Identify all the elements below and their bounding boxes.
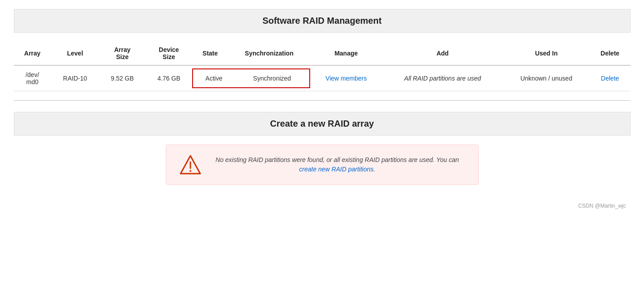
warning-message: No existing RAID partitions were found, …: [210, 155, 465, 174]
cell-sync-value: Synchronized: [235, 69, 309, 87]
col-header-synchronization: Synchronization: [228, 42, 310, 65]
col-header-state: State: [192, 42, 228, 65]
page-wrapper: Software RAID Management Array Level Arr…: [14, 0, 631, 218]
warning-icon: [180, 154, 201, 175]
cell-level: RAID-10: [51, 65, 99, 91]
cell-used-in: Unknown / unused: [503, 65, 589, 91]
array-value: /dev/md0: [25, 71, 39, 85]
cell-array-size: 9.52 GB: [99, 65, 146, 91]
footer-text: CSDN @Martin_wjc: [578, 203, 626, 209]
warning-text-after: .: [374, 166, 375, 173]
state-sync-highlight-box: Active Synchronized: [192, 68, 310, 88]
cell-delete: Delete: [589, 65, 630, 91]
warning-box: No existing RAID partitions were found, …: [166, 145, 479, 185]
col-header-array: Array: [14, 42, 51, 65]
cell-manage: View members: [310, 65, 382, 91]
svg-point-2: [189, 170, 191, 172]
table-row: /dev/md0 RAID-10 9.52 GB 4.76 GB Active …: [14, 65, 631, 91]
create-raid-header: Create a new RAID array: [14, 112, 631, 136]
col-header-delete: Delete: [589, 42, 630, 65]
section-divider: [14, 100, 631, 101]
col-header-add: Add: [382, 42, 503, 65]
cell-state-value: Active: [193, 69, 235, 87]
warning-text-before: No existing RAID partitions were found, …: [215, 156, 459, 163]
view-members-link[interactable]: View members: [325, 75, 366, 82]
add-value: All RAID partitions are used: [404, 75, 481, 82]
col-header-array-size: ArraySize: [99, 42, 146, 65]
table-header-row: Array Level ArraySize DeviceSize State S…: [14, 42, 631, 65]
cell-array: /dev/md0: [14, 65, 51, 91]
delete-link[interactable]: Delete: [601, 75, 619, 82]
array-size-label: ArraySize: [114, 46, 130, 60]
create-raid-title: Create a new RAID array: [23, 119, 621, 129]
col-header-device-size: DeviceSize: [146, 42, 192, 65]
raid-table: Array Level ArraySize DeviceSize State S…: [14, 42, 631, 91]
device-size-label: DeviceSize: [159, 46, 179, 60]
software-raid-header: Software RAID Management: [14, 9, 631, 33]
col-header-level: Level: [51, 42, 99, 65]
create-partitions-link[interactable]: create new RAID partitions: [299, 166, 374, 173]
cell-state-sync: Active Synchronized: [192, 65, 310, 91]
col-header-used-in: Used In: [503, 42, 589, 65]
software-raid-title: Software RAID Management: [23, 16, 621, 26]
cell-add: All RAID partitions are used: [382, 65, 503, 91]
cell-device-size: 4.76 GB: [146, 65, 192, 91]
footer: CSDN @Martin_wjc: [14, 203, 631, 209]
col-header-manage: Manage: [310, 42, 382, 65]
